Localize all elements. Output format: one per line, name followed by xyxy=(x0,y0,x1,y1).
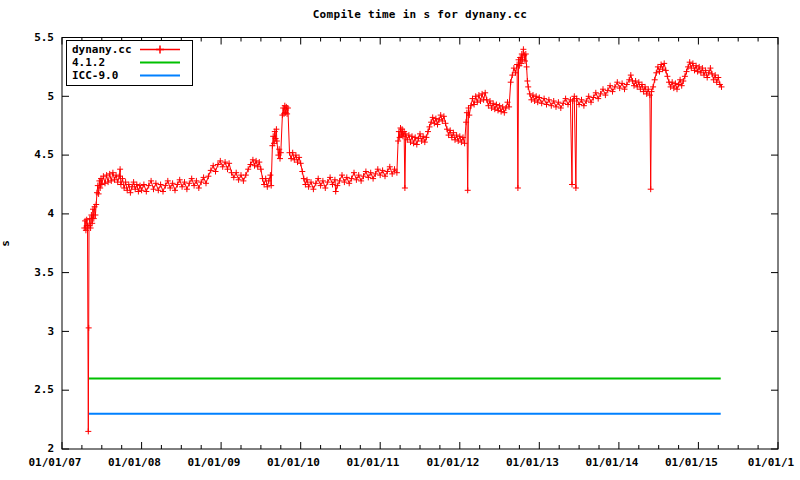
y-tick-label: 2 xyxy=(10,442,54,456)
y-axis-label: s xyxy=(0,240,12,247)
legend-row-dynany: dynany.cc xyxy=(67,43,192,56)
legend-label: ICC-9.0 xyxy=(72,69,138,82)
legend-label: 4.1.2 xyxy=(72,56,138,69)
legend-sample-red-line-icon xyxy=(138,43,182,56)
y-tick-label: 4 xyxy=(10,207,54,221)
x-tick-label: 01/01/13 xyxy=(503,456,563,469)
x-tick-label: 01/01/08 xyxy=(105,456,165,469)
x-tick-label: 01/01/10 xyxy=(264,456,324,469)
series-dynany-line xyxy=(84,49,721,431)
x-tick-label: 01/01/15 xyxy=(662,456,722,469)
legend-sample-blue-line-icon xyxy=(138,69,182,82)
legend-sample-green-line-icon xyxy=(138,56,182,69)
y-tick-label: 3 xyxy=(10,325,54,339)
legend-row-icc: ICC-9.0 xyxy=(67,69,192,82)
x-tick-label: 01/01/07 xyxy=(25,456,85,469)
legend-box: dynany.cc 4.1.2 ICC-9.0 xyxy=(66,40,193,86)
x-tick-label: 01/01/09 xyxy=(184,456,244,469)
gnuplot-chart-window: Compile time in s for dynany.cc s 5.5 5 … xyxy=(0,0,800,480)
y-tick-label: 5 xyxy=(10,90,54,104)
x-tick-label: 01/01/1 xyxy=(741,456,800,469)
x-tick-label: 01/01/14 xyxy=(582,456,642,469)
legend-row-412: 4.1.2 xyxy=(67,56,192,69)
y-tick-label: 3.5 xyxy=(10,266,54,280)
x-tick-label: 01/01/11 xyxy=(343,456,403,469)
series-dynany-markers xyxy=(81,46,724,434)
y-tick-label: 5.5 xyxy=(10,31,54,45)
y-tick-label: 2.5 xyxy=(10,383,54,397)
legend-label: dynany.cc xyxy=(72,43,138,56)
x-tick-label: 01/01/12 xyxy=(423,456,483,469)
y-tick-label: 4.5 xyxy=(10,148,54,162)
